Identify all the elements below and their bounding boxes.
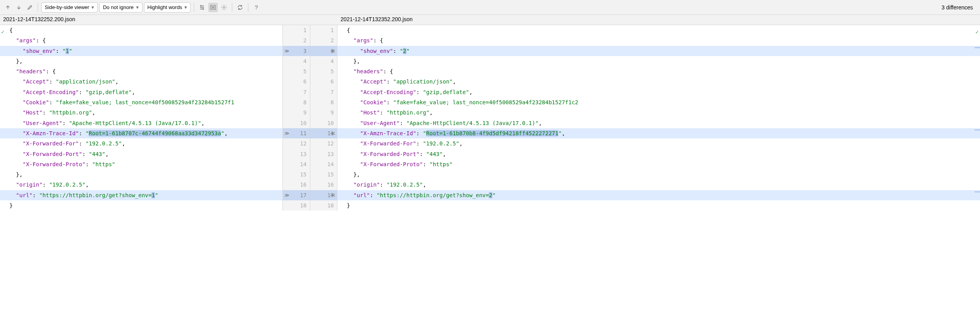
line-number: 7 <box>310 87 337 97</box>
viewer-mode-label: Side-by-side viewer <box>45 4 89 10</box>
code-line: "Accept": "application/json", <box>0 76 282 87</box>
diff-count-label: 3 differences <box>942 4 977 11</box>
toolbar-separator <box>232 3 232 12</box>
code-line: "Host": "httpbin.org", <box>0 107 282 118</box>
toolbar-separator <box>38 3 38 12</box>
prev-diff-icon[interactable] <box>3 3 13 12</box>
code-line: "Host": "httpbin.org", <box>337 107 980 118</box>
code-line: "Accept-Encoding": "gzip,deflate", <box>0 87 282 97</box>
svg-point-2 <box>223 6 225 8</box>
apply-right-icon[interactable]: ≫ <box>284 128 290 138</box>
code-line: "headers": { <box>337 66 980 76</box>
line-number: 3≫ <box>283 46 310 56</box>
line-number: 16 <box>310 180 337 190</box>
right-filename: 2021-12-14T132352.200.json <box>337 15 980 25</box>
code-line: "origin": "192.0.2.5", <box>0 180 282 190</box>
code-line: "args": { <box>337 35 980 45</box>
line-number-gutter: 123≫4567891011≫121314151617≫18 123≪45678… <box>282 25 337 211</box>
highlight-mode-label: Highlight words <box>148 4 182 10</box>
highlight-mode-dropdown[interactable]: Highlight words ▾ <box>144 2 191 13</box>
filename-row: 2021-12-14T132252.200.json 2021-12-14T13… <box>0 15 980 25</box>
apply-left-icon[interactable]: ≪ <box>330 46 335 56</box>
code-line: "X-Forwarded-Proto": "https" <box>0 159 282 169</box>
code-line: "X-Forwarded-Proto": "https" <box>337 159 980 169</box>
line-number: 4 <box>283 56 310 66</box>
line-number: 17≪ <box>310 190 337 200</box>
line-number: 10 <box>283 118 310 128</box>
code-line: { <box>0 25 282 35</box>
line-number: 4 <box>310 56 337 66</box>
code-line: "X-Forwarded-For": "192.0.2.5", <box>337 138 980 149</box>
next-diff-icon[interactable] <box>14 3 24 12</box>
code-line: }, <box>337 169 980 180</box>
line-number: 15 <box>310 169 337 180</box>
code-line: } <box>0 200 282 211</box>
line-number: 12 <box>283 138 310 149</box>
code-line: "X-Forwarded-Port": "443", <box>0 149 282 159</box>
code-line: "X-Forwarded-For": "192.0.2.5", <box>0 138 282 149</box>
toolbar-separator <box>194 3 194 12</box>
checkmark-icon: ✓ <box>1 27 4 37</box>
left-pane[interactable]: ✓ { "args": { "show_env": "1" }, "header… <box>0 25 282 211</box>
sync-scroll-icon[interactable] <box>208 3 218 12</box>
line-number: 11≪ <box>310 128 337 138</box>
line-number: 8 <box>283 97 310 107</box>
line-number: 5 <box>283 66 310 76</box>
apply-left-icon[interactable]: ≪ <box>330 128 335 138</box>
line-number: 2 <box>310 35 337 45</box>
code-line: "X-Amzn-Trace-Id": "Root=1-61b870b8-4f9d… <box>337 128 980 138</box>
code-line: }, <box>337 56 980 66</box>
line-number: 18 <box>283 200 310 211</box>
code-line: "User-Agent": "Apache-HttpClient/4.5.13 … <box>0 118 282 128</box>
line-number: 8 <box>310 97 337 107</box>
code-line: "url": "https://httpbin.org/get?show_env… <box>0 190 282 200</box>
line-number: 13 <box>283 149 310 159</box>
code-line: "show_env": "1" <box>0 46 282 56</box>
diff-body: ✓ { "args": { "show_env": "1" }, "header… <box>0 25 980 211</box>
line-number: 3≪ <box>310 46 337 56</box>
code-line: "Cookie": "fake=fake_value; last_nonce=4… <box>337 97 980 107</box>
code-line: "Accept": "application/json", <box>337 76 980 87</box>
settings-icon[interactable] <box>219 3 229 12</box>
code-line: "headers": { <box>0 66 282 76</box>
line-number: 9 <box>283 107 310 118</box>
line-number: 2 <box>283 35 310 45</box>
line-number: 15 <box>283 169 310 180</box>
line-number: 17≫ <box>283 190 310 200</box>
right-scroll-markers <box>975 25 980 211</box>
code-line: "origin": "192.0.2.5", <box>337 180 980 190</box>
code-line: { <box>337 25 980 35</box>
apply-left-icon[interactable]: ≪ <box>330 190 335 200</box>
diff-toolbar: Side-by-side viewer ▾ Do not ignore ▾ Hi… <box>0 0 980 15</box>
line-number: 6 <box>310 76 337 87</box>
line-number: 6 <box>283 76 310 87</box>
code-line: "show_env": "2" <box>337 46 980 56</box>
refresh-icon[interactable] <box>235 3 245 12</box>
code-line: }, <box>0 56 282 66</box>
apply-right-icon[interactable]: ≫ <box>284 46 290 56</box>
code-line: }, <box>0 169 282 180</box>
code-line: "X-Forwarded-Port": "443", <box>337 149 980 159</box>
checkmark-icon: ✓ <box>976 27 979 37</box>
line-number: 12 <box>310 138 337 149</box>
left-filename: 2021-12-14T132252.200.json <box>0 15 282 25</box>
line-number: 1 <box>310 25 337 35</box>
svg-rect-0 <box>211 5 212 9</box>
ignore-mode-dropdown[interactable]: Do not ignore ▾ <box>99 2 142 13</box>
line-number: 11≫ <box>283 128 310 138</box>
line-number: 1 <box>283 25 310 35</box>
line-number: 13 <box>310 149 337 159</box>
code-line: "url": "https://httpbin.org/get?show_env… <box>337 190 980 200</box>
code-line: "X-Amzn-Trace-Id": "Root=1-61b8707c-4674… <box>0 128 282 138</box>
help-icon[interactable]: ? <box>251 3 261 12</box>
line-number: 7 <box>283 87 310 97</box>
chevron-down-icon: ▾ <box>91 4 94 10</box>
viewer-mode-dropdown[interactable]: Side-by-side viewer ▾ <box>41 2 98 13</box>
right-pane[interactable]: ✓ { "args": { "show_env": "2" }, "header… <box>337 25 980 211</box>
apply-right-icon[interactable]: ≫ <box>284 190 290 200</box>
collapse-unchanged-icon[interactable] <box>197 3 207 12</box>
line-number: 14 <box>310 159 337 169</box>
toolbar-separator <box>248 3 248 12</box>
chevron-down-icon: ▾ <box>136 4 139 10</box>
edit-icon[interactable] <box>25 3 35 12</box>
